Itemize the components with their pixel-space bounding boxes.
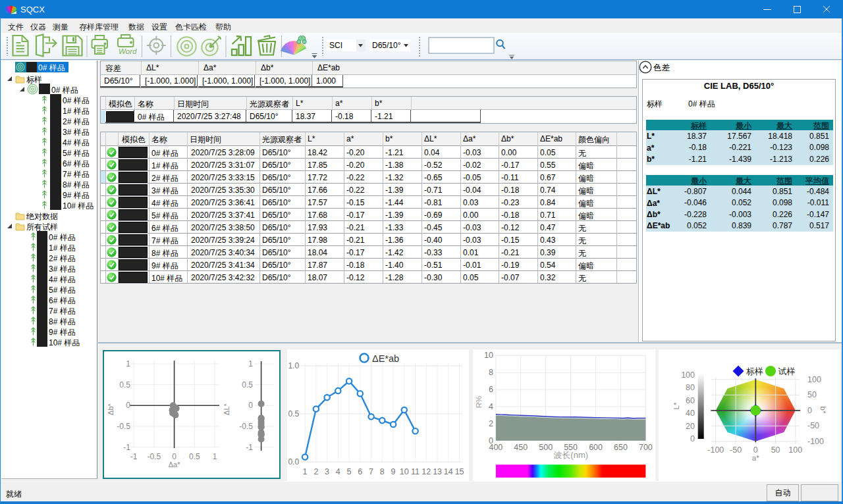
svg-text:450: 450 [514,443,528,452]
svg-text:-1: -1 [123,443,130,452]
svg-text:0.5: 0.5 [119,380,130,390]
svg-text:a*: a* [752,454,759,462]
svg-text:ΔL*: ΔL* [223,403,231,415]
svg-text:-0.5: -0.5 [148,452,161,461]
svg-text:2: 2 [313,467,318,476]
svg-text:-100: -100 [707,445,724,455]
svg-text:2: 2 [489,419,493,428]
svg-text:1: 1 [248,359,253,368]
svg-text:10: 10 [484,351,493,360]
svg-text:标样: 标样 [746,366,763,376]
svg-text:100: 100 [681,370,695,380]
svg-text:14: 14 [444,467,453,476]
svg-text:ΔE*ab: ΔE*ab [372,353,399,364]
svg-text:1: 1 [213,452,217,461]
svg-text:L*: L* [672,402,680,409]
svg-text:b*: b* [819,407,827,414]
svg-text:0.5: 0.5 [288,409,299,418]
svg-text:40: 40 [686,409,695,418]
svg-text:600: 600 [589,443,603,452]
svg-text:4: 4 [489,402,493,411]
svg-text:-50: -50 [730,445,742,455]
svg-text:20: 20 [686,422,695,431]
svg-text:0: 0 [807,406,812,415]
svg-text:0.5: 0.5 [189,452,200,461]
svg-text:4: 4 [336,467,340,476]
svg-text:8: 8 [380,467,385,476]
svg-text:7: 7 [369,467,373,476]
svg-text:波长(nm): 波长(nm) [553,450,588,460]
svg-text:80: 80 [686,383,695,392]
svg-text:1: 1 [303,467,308,476]
svg-text:0.0: 0.0 [288,457,299,466]
svg-text:60: 60 [686,396,695,405]
svg-text:13: 13 [433,467,442,476]
svg-text:1.0: 1.0 [288,361,299,370]
svg-text:50: 50 [771,445,780,455]
svg-text:0: 0 [753,445,758,455]
svg-text:-1: -1 [246,443,253,452]
svg-text:0: 0 [690,434,695,443]
svg-text:400: 400 [489,443,503,452]
svg-text:-1: -1 [130,452,138,461]
svg-text:15: 15 [455,467,464,476]
svg-text:6: 6 [489,385,493,394]
svg-text:Word: Word [119,47,137,55]
svg-text:-100: -100 [807,437,824,446]
svg-text:500: 500 [539,443,553,452]
svg-text:650: 650 [614,443,628,452]
svg-text:100: 100 [807,375,821,384]
svg-text:11: 11 [411,467,420,476]
svg-text:8: 8 [489,368,493,377]
svg-text:700: 700 [639,443,653,452]
svg-text:3: 3 [325,467,329,476]
svg-text:-0.5: -0.5 [117,422,130,431]
svg-text:-50: -50 [807,421,819,430]
svg-text:-0.5: -0.5 [239,422,253,431]
svg-text:1: 1 [126,359,130,368]
svg-text:100: 100 [788,445,802,455]
svg-text:0: 0 [248,401,253,410]
svg-text:0: 0 [126,401,130,410]
svg-text:0.5: 0.5 [242,380,253,390]
svg-text:5: 5 [347,467,352,476]
svg-text:10: 10 [400,467,409,476]
svg-text:6: 6 [358,467,362,476]
svg-text:50: 50 [807,390,817,399]
svg-text:12: 12 [422,467,431,476]
svg-text:Δa*: Δa* [169,461,180,468]
svg-text:试样: 试样 [778,366,796,376]
svg-text:9: 9 [391,467,396,476]
svg-text:Δb*: Δb* [107,403,115,415]
svg-text:R%: R% [475,396,483,409]
svg-text:0: 0 [172,452,177,461]
